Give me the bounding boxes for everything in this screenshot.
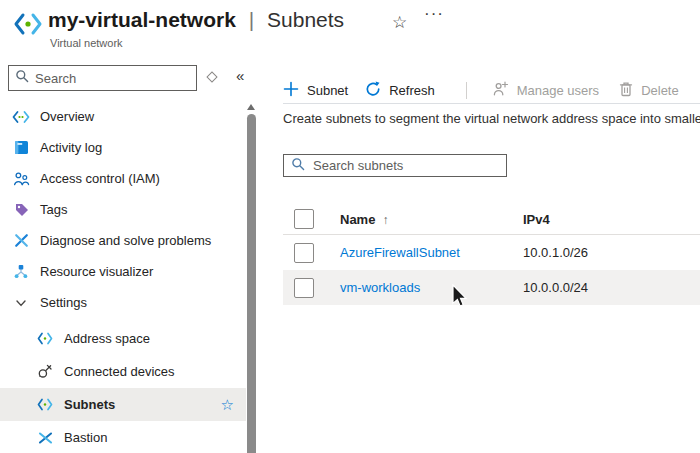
- sidebar-item-tags[interactable]: Tags: [0, 194, 246, 225]
- sidebar-item-label: Subnets: [64, 397, 115, 412]
- plus-icon: [283, 81, 299, 100]
- tag-icon: [12, 201, 30, 218]
- delete-label: Delete: [641, 83, 679, 98]
- scrollbar-thumb[interactable]: [247, 114, 256, 453]
- toolbar-separator: [466, 82, 467, 99]
- sidebar-item-label: Overview: [40, 109, 94, 124]
- subnet-name-link[interactable]: AzureFirewallSubnet: [340, 245, 460, 260]
- sidebar-item-connected-devices[interactable]: Connected devices: [0, 355, 246, 388]
- resource-name: my-virtual-network: [48, 8, 236, 31]
- trash-icon: [619, 81, 633, 100]
- subnets-blade-content: Subnet Refresh: [283, 58, 700, 453]
- row-checkbox[interactable]: [294, 243, 314, 263]
- search-icon: [291, 157, 305, 175]
- manage-users-label: Manage users: [517, 83, 599, 98]
- subnet-ipv4-value: 10.0.0.0/24: [523, 280, 588, 295]
- sidebar-item-address-space[interactable]: Address space: [0, 322, 246, 355]
- command-bar: Subnet Refresh: [283, 77, 679, 103]
- sidebar-item-resource-visualizer[interactable]: Resource visualizer: [0, 256, 246, 287]
- virtual-network-overview-icon: [12, 108, 30, 125]
- search-icon: [15, 69, 29, 87]
- sidebar-item-label: Connected devices: [64, 364, 175, 379]
- refresh-button[interactable]: Refresh: [365, 81, 435, 100]
- table-row[interactable]: vm-workloads 10.0.0.0/24: [283, 270, 700, 305]
- sidebar-item-subnets[interactable]: Subnets ☆: [0, 388, 246, 421]
- blade-name: Subnets: [267, 8, 344, 31]
- sidebar-scrollbar: [246, 101, 257, 453]
- sidebar-item-label: Access control (IAM): [40, 171, 160, 186]
- sidebar-search-input[interactable]: [35, 71, 190, 86]
- azure-portal-blade: my-virtual-network | Subnets ☆ ··· Virtu…: [0, 0, 700, 453]
- subnets-icon: [36, 396, 54, 413]
- sidebar-item-activity-log[interactable]: Activity log: [0, 132, 246, 163]
- subnets-table: Name↑ IPv4 AzureFirewallSubnet 10.0.1.0/…: [283, 204, 700, 305]
- toolbar-divider: [283, 103, 700, 104]
- sidebar-group-settings[interactable]: Settings: [0, 287, 246, 318]
- sidebar-item-bastion[interactable]: Bastion: [0, 421, 246, 453]
- page-title: my-virtual-network | Subnets: [48, 8, 344, 32]
- virtual-network-logo-icon: [12, 12, 44, 40]
- sidebar-item-label: Resource visualizer: [40, 264, 153, 279]
- sidebar-item-label: Activity log: [40, 140, 102, 155]
- people-icon: [12, 170, 30, 187]
- name-header-label: Name: [340, 212, 375, 227]
- subnet-search-input[interactable]: [313, 158, 499, 173]
- tools-icon: [12, 232, 30, 249]
- resource-type-label: Virtual network: [50, 37, 123, 49]
- page-header: my-virtual-network | Subnets ☆ ··· Virtu…: [0, 0, 700, 58]
- activity-log-icon: [12, 139, 30, 156]
- manage-users-button[interactable]: Manage users: [492, 81, 599, 99]
- table-row[interactable]: AzureFirewallSubnet 10.0.1.0/26: [283, 235, 700, 270]
- sidebar-search-box[interactable]: [8, 65, 197, 91]
- resource-menu-sidebar: « Overview: [0, 58, 260, 453]
- hierarchy-icon: [12, 263, 30, 280]
- add-subnet-label: Subnet: [307, 83, 348, 98]
- subnet-search-box[interactable]: [283, 154, 507, 177]
- name-column-header[interactable]: Name↑: [340, 212, 523, 227]
- sidebar-item-access-control[interactable]: Access control (IAM): [0, 163, 246, 194]
- sidebar-item-diagnose[interactable]: Diagnose and solve problems: [0, 225, 246, 256]
- add-subnet-button[interactable]: Subnet: [283, 81, 348, 100]
- sidebar-item-label: Tags: [40, 202, 67, 217]
- select-all-checkbox[interactable]: [294, 209, 314, 229]
- subnet-ipv4-value: 10.0.1.0/26: [523, 245, 588, 260]
- menu-options-icon[interactable]: [206, 71, 217, 82]
- refresh-label: Refresh: [389, 83, 435, 98]
- sort-ascending-icon: ↑: [382, 213, 388, 227]
- manage-users-icon: [492, 81, 509, 99]
- more-options-icon[interactable]: ···: [424, 4, 444, 24]
- sidebar-group-label: Settings: [40, 295, 87, 310]
- ipv4-column-header[interactable]: IPv4: [523, 212, 550, 227]
- refresh-icon: [365, 81, 381, 100]
- sidebar-item-label: Bastion: [64, 430, 107, 445]
- sidebar-nav: Overview Activity log: [0, 101, 246, 453]
- subnet-name-link[interactable]: vm-workloads: [340, 280, 420, 295]
- collapse-menu-icon[interactable]: «: [236, 67, 244, 84]
- sidebar-item-label: Diagnose and solve problems: [40, 233, 211, 248]
- blade-description: Create subnets to segment the virtual ne…: [283, 111, 700, 126]
- row-checkbox[interactable]: [294, 278, 314, 298]
- sidebar-item-overview[interactable]: Overview: [0, 101, 246, 132]
- address-space-icon: [36, 330, 54, 347]
- chevron-down-icon: [12, 294, 30, 311]
- bastion-icon: [36, 429, 54, 446]
- sidebar-item-label: Address space: [64, 331, 150, 346]
- scroll-up-arrow-icon[interactable]: [247, 104, 255, 110]
- plug-icon: [36, 363, 54, 380]
- table-header-row: Name↑ IPv4: [283, 204, 700, 235]
- title-separator: |: [249, 8, 254, 31]
- favorite-star-icon[interactable]: ☆: [221, 396, 234, 414]
- favorite-star-icon[interactable]: ☆: [392, 12, 407, 33]
- delete-button[interactable]: Delete: [619, 81, 679, 100]
